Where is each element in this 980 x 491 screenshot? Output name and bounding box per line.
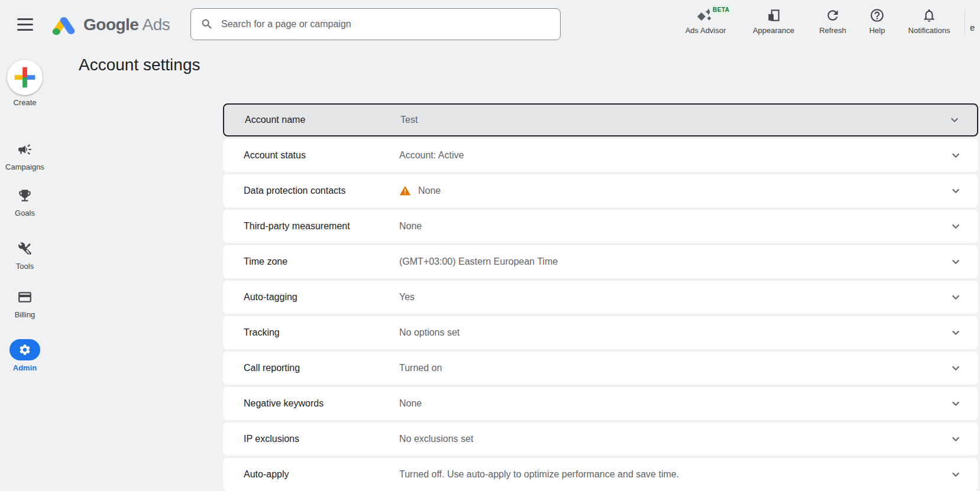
setting-value: Turned on	[399, 363, 495, 373]
bell-icon	[921, 6, 937, 24]
sidebar-item-admin[interactable]: Admin	[0, 339, 50, 372]
chevron-down-icon[interactable]	[949, 255, 963, 269]
warning-icon	[399, 185, 411, 197]
search-icon	[200, 18, 214, 31]
chevron-down-icon[interactable]	[949, 148, 963, 162]
settings-row[interactable]: Time zone (GMT+03:00) Eastern European T…	[223, 245, 978, 278]
setting-value: None	[399, 185, 494, 197]
search-input[interactable]	[221, 19, 551, 30]
setting-label: Time zone	[244, 256, 399, 267]
settings-row[interactable]: IP exclusions No exclusions set	[223, 422, 978, 456]
chevron-down-icon[interactable]	[949, 219, 963, 233]
sidebar-item-goals[interactable]: Goals	[0, 188, 50, 217]
setting-value: No options set	[399, 327, 513, 338]
credit-card-icon	[17, 297, 33, 307]
setting-label: Tracking	[244, 327, 399, 338]
setting-label: IP exclusions	[244, 434, 399, 444]
sidebar-label-goals: Goals	[0, 209, 50, 217]
menu-icon[interactable]	[17, 18, 33, 31]
page-title: Account settings	[79, 56, 200, 74]
appearance-label: Appearance	[753, 26, 794, 35]
megaphone-icon	[17, 149, 33, 159]
chevron-down-icon[interactable]	[949, 467, 963, 482]
settings-row[interactable]: Account name Test	[223, 103, 978, 136]
search-bar[interactable]	[190, 8, 561, 40]
setting-label: Account status	[244, 150, 399, 161]
setting-label: Third-party measurement	[244, 221, 399, 232]
setting-value: Test	[400, 115, 471, 125]
sidebar-label-billing: Billing	[0, 310, 50, 319]
topbar-divider	[965, 9, 965, 35]
setting-label: Negative keywords	[244, 398, 399, 409]
chevron-down-icon[interactable]	[949, 396, 963, 411]
setting-value: No exclusions set	[399, 434, 526, 444]
sidebar-item-create[interactable]: Create	[0, 60, 50, 107]
chevron-down-icon[interactable]	[949, 361, 963, 375]
settings-list: Account name Test Account status Account…	[223, 103, 978, 491]
settings-row[interactable]: Negative keywords None	[223, 387, 978, 420]
settings-row[interactable]: Data protection contacts None	[223, 174, 978, 207]
chevron-down-icon[interactable]	[947, 113, 962, 127]
setting-value: None	[399, 398, 475, 409]
chevron-down-icon[interactable]	[949, 290, 963, 304]
sidebar-label-create: Create	[0, 98, 50, 107]
ads-advisor-button[interactable]: BETA Ads Advisor	[670, 6, 741, 35]
notifications-label: Notifications	[908, 26, 950, 35]
settings-row[interactable]: Third-party measurement None	[223, 210, 978, 243]
chevron-down-icon[interactable]	[949, 326, 963, 340]
setting-value: None	[399, 221, 475, 232]
settings-row[interactable]: Call reporting Turned on	[223, 352, 978, 385]
help-icon	[869, 6, 885, 24]
sidebar-label-admin: Admin	[0, 363, 50, 372]
ads-advisor-label: Ads Advisor	[685, 26, 726, 35]
settings-row[interactable]: Tracking No options set	[223, 316, 978, 349]
setting-label: Data protection contacts	[244, 186, 399, 196]
beta-badge: BETA	[710, 5, 732, 14]
setting-value: Account: Active	[399, 150, 517, 161]
tools-icon	[17, 248, 33, 258]
help-label: Help	[869, 26, 885, 35]
appearance-icon	[766, 6, 781, 24]
setting-value: Turned off. Use auto-apply to optimize p…	[399, 469, 732, 480]
profile-email-truncated[interactable]: e	[970, 22, 975, 32]
setting-label: Auto-apply	[244, 469, 399, 480]
chevron-down-icon[interactable]	[949, 432, 963, 446]
refresh-icon	[825, 6, 840, 24]
settings-row[interactable]: Auto-tagging Yes	[223, 281, 978, 314]
setting-value: (GMT+03:00) Eastern European Time	[399, 256, 611, 267]
setting-label: Call reporting	[244, 363, 399, 373]
chevron-down-icon[interactable]	[949, 184, 963, 198]
plus-icon	[7, 60, 43, 95]
notifications-button[interactable]: Notifications	[894, 6, 965, 35]
gear-icon	[9, 339, 40, 360]
google-ads-wordmark: GoogleAds	[83, 15, 170, 34]
sidebar-label-campaigns: Campaigns	[0, 162, 50, 171]
google-ads-logo-icon[interactable]	[51, 14, 76, 38]
setting-label: Auto-tagging	[244, 292, 399, 303]
setting-value: Yes	[399, 292, 468, 303]
sidebar-item-campaigns[interactable]: Campaigns	[0, 142, 50, 171]
sidebar-item-tools[interactable]: Tools	[0, 241, 50, 271]
setting-label: Account name	[245, 115, 400, 125]
sidebar-item-billing[interactable]: Billing	[0, 290, 50, 319]
sidebar-label-tools: Tools	[0, 262, 50, 271]
trophy-icon	[17, 195, 33, 205]
settings-row[interactable]: Account status Account: Active	[223, 139, 978, 172]
settings-row[interactable]: Auto-apply Turned off. Use auto-apply to…	[223, 458, 978, 491]
